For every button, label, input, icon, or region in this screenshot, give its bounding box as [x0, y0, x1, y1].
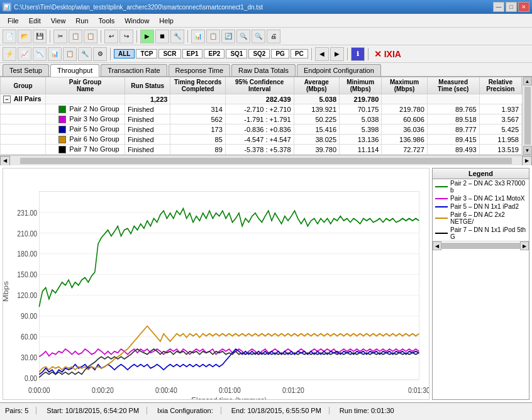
print-button[interactable]: 🖨 — [267, 30, 280, 43]
menu-bar: File Edit View Run Tools Window Help — [0, 14, 532, 28]
col-relative: RelativePrecision — [479, 77, 521, 94]
filter-tcp[interactable]: TCP — [136, 49, 157, 58]
maximize-button[interactable]: □ — [506, 2, 517, 12]
filter-pc[interactable]: PC — [291, 49, 308, 58]
pair6-status: Finished — [125, 135, 170, 145]
save-button[interactable]: 💾 — [33, 30, 47, 43]
expand-icon[interactable]: − — [3, 96, 11, 103]
refresh-button[interactable]: 🔄 — [221, 30, 235, 43]
menu-tools[interactable]: Tools — [94, 16, 120, 26]
pair2-status: Finished — [125, 104, 170, 114]
open-button[interactable]: 📂 — [18, 30, 31, 43]
all-pairs-avg: 282.439 — [225, 94, 294, 104]
pair5-timing: 173 — [170, 124, 225, 135]
redo-button[interactable]: ↪ — [119, 30, 133, 43]
paste-button[interactable]: 📋 — [84, 30, 97, 43]
tb2-btn1[interactable]: ⚡ — [3, 47, 16, 61]
menu-file[interactable]: File — [3, 16, 24, 26]
filter-scr[interactable]: SCR — [158, 49, 180, 58]
table-row: Pair 3 No Group Finished 562 -1.791 : +1… — [1, 114, 522, 124]
tab-response-time[interactable]: Response Time — [169, 64, 230, 76]
chart-button[interactable]: 📊 — [191, 30, 205, 43]
pair3-max: 60.606 — [382, 114, 427, 124]
cut-button[interactable]: ✂ — [53, 30, 67, 43]
tb2-btn7[interactable]: ⚙ — [93, 47, 107, 61]
new-button[interactable]: 📄 — [3, 30, 16, 43]
tb2-btn3[interactable]: 📉 — [33, 47, 47, 61]
tab-raw-data[interactable]: Raw Data Totals — [231, 64, 296, 76]
scroll-down-arrow[interactable]: ▼ — [523, 146, 532, 155]
pair3-color-indicator — [58, 116, 66, 123]
status-pairs: Pairs: 5 — [5, 407, 36, 414]
info-button[interactable]: ℹ — [351, 47, 365, 61]
menu-help[interactable]: Help — [154, 16, 179, 26]
menu-edit[interactable]: Edit — [24, 16, 46, 26]
svg-text:0:01:30: 0:01:30 — [408, 386, 429, 394]
menu-window[interactable]: Window — [119, 16, 154, 26]
pair6-color-indicator — [58, 136, 66, 143]
zoom-button[interactable]: 🔍 — [236, 30, 250, 43]
stop-button[interactable]: ⏹ — [155, 30, 169, 43]
svg-text:30.00: 30.00 — [21, 354, 37, 362]
pair5-legend-label: Pair 5 – DN N 1x1 iPad2 — [450, 203, 519, 210]
separator2 — [101, 30, 101, 43]
pair7-meas: 89.493 — [427, 145, 479, 155]
table-row: Pair 2 No Group Finished 314 -2.710 : +2… — [1, 104, 522, 114]
hscroll-thumb[interactable] — [20, 158, 512, 164]
legend-scroll-left[interactable]: ◀ — [433, 241, 441, 250]
svg-text:120.00: 120.00 — [17, 292, 37, 300]
pair2-legend-color — [435, 186, 448, 187]
separator6 — [311, 48, 312, 60]
legend-scroll-right[interactable]: ▶ — [520, 241, 529, 250]
pair6-group — [1, 135, 46, 145]
menu-run[interactable]: Run — [70, 16, 93, 26]
filter-ep1[interactable]: EP1 — [182, 49, 203, 58]
tab-transaction-rate[interactable]: Transaction Rate — [101, 64, 167, 76]
minimize-button[interactable]: — — [493, 2, 504, 12]
scroll-up-arrow[interactable]: ▲ — [523, 77, 532, 86]
undo-button[interactable]: ↩ — [104, 30, 118, 43]
menu-view[interactable]: View — [46, 16, 71, 26]
tb2-btn6[interactable]: 🔧 — [78, 47, 92, 61]
col-run-status: Run Status — [125, 77, 170, 94]
filter-sq2[interactable]: SQ2 — [248, 49, 270, 58]
pair7-color-indicator — [58, 146, 66, 153]
pair6-min: 13.136 — [340, 135, 382, 145]
hscroll-right-arrow[interactable]: ▶ — [522, 156, 532, 166]
filter-pg[interactable]: PG — [271, 49, 289, 58]
col-group: Group — [1, 77, 46, 94]
pair2-min: 70.175 — [340, 104, 382, 114]
legend-hscroll[interactable]: ◀ ▶ — [433, 241, 529, 251]
table-vscroll[interactable]: ▲ ▼ — [522, 77, 532, 155]
pair2-meas: 89.765 — [427, 104, 479, 114]
tb2-btn2[interactable]: 📈 — [18, 47, 31, 61]
pair5-legend-color — [435, 206, 448, 207]
filter-ep2[interactable]: EP2 — [204, 49, 224, 58]
pair2-max: 219.780 — [382, 104, 427, 114]
legend-title: Legend — [433, 169, 529, 179]
tb2-btn5[interactable]: 📋 — [63, 47, 77, 61]
scroll-thumb[interactable] — [524, 87, 531, 145]
run-button[interactable]: ▶ — [140, 30, 154, 43]
svg-text:0:00:40: 0:00:40 — [155, 386, 177, 394]
tb2-left[interactable]: ◀ — [315, 47, 329, 61]
filter-sq1[interactable]: SQ1 — [226, 49, 247, 58]
filter-all[interactable]: ALL — [114, 49, 135, 58]
tb2-btn4[interactable]: 📊 — [48, 47, 62, 61]
settings-button[interactable]: 🔧 — [170, 30, 184, 43]
tab-test-setup[interactable]: Test Setup — [3, 64, 49, 76]
col-measured: MeasuredTime (sec) — [427, 77, 479, 94]
copy-button[interactable]: 📋 — [69, 30, 82, 43]
pair5-min: 5.398 — [340, 124, 382, 135]
zoom-out-button[interactable]: 🔍 — [252, 30, 265, 43]
legend-scroll-thumb[interactable] — [441, 243, 520, 249]
tab-endpoint-config[interactable]: Endpoint Configuration — [297, 64, 381, 76]
tab-throughput[interactable]: Throughput — [50, 64, 99, 77]
table-button[interactable]: 📋 — [206, 30, 220, 43]
hscroll-left-arrow[interactable]: ◀ — [0, 156, 10, 166]
pair3-timing: 562 — [170, 114, 225, 124]
status-ixia: Ixia Configuration: — [157, 407, 221, 414]
tb2-right[interactable]: ▶ — [330, 47, 344, 61]
close-button[interactable]: ✕ — [518, 2, 529, 12]
table-hscroll[interactable]: ◀ ▶ — [0, 155, 532, 165]
